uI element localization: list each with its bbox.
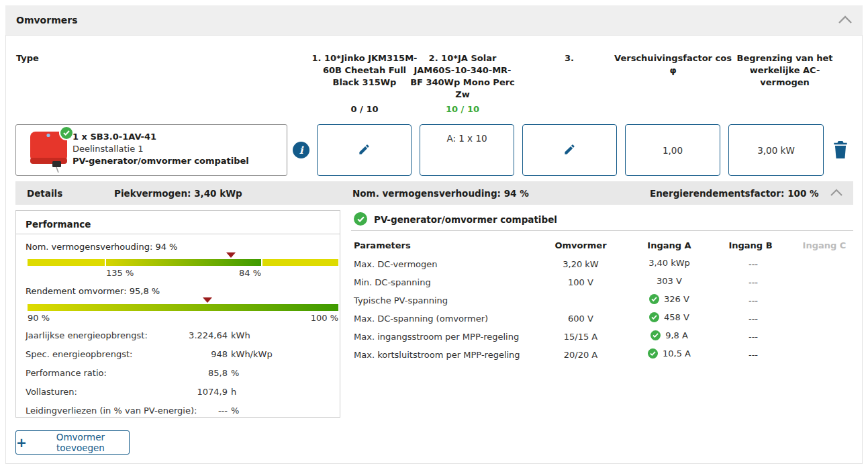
- ingang-b-value: ---: [733, 332, 773, 342]
- check-circle-icon: [649, 294, 659, 304]
- perf-row-value-wrap: 1074,9h: [163, 387, 236, 397]
- ingang-a-value: 9,8 A: [665, 330, 688, 340]
- param-name: Max. DC-vermogen: [354, 259, 437, 269]
- perf-row-value-wrap: 948kWh/kWp: [163, 349, 273, 359]
- perf-row-unit: %: [231, 368, 239, 378]
- ingang-b-value: ---: [733, 259, 773, 269]
- col-header-ingang-b: Ingang B: [710, 240, 791, 250]
- ingang-a-value: 458 V: [664, 312, 689, 322]
- ingang-a-value: 303 V: [657, 276, 682, 286]
- inverter-subinstallation: Deelinstallatie 1: [73, 143, 249, 155]
- string-config-button[interactable]: A: 1 x 10: [420, 124, 514, 176]
- inverter-tile: 1 x SB3.0-1AV-41 Deelinstallatie 1 PV-ge…: [15, 124, 287, 176]
- energy-efficiency-summary: Energierendementsfactor: 100 %: [650, 188, 819, 199]
- gauge2-bar: [28, 304, 338, 311]
- omvormer-value: 600 V: [540, 314, 621, 324]
- pencil-icon: [358, 143, 371, 158]
- nominal-ratio-summary: Nom. vermogensverhouding: 94 %: [352, 188, 529, 199]
- perf-row-value: ---: [163, 406, 228, 416]
- perf-row-value-wrap: 85,8%: [163, 368, 239, 378]
- string-config-value: A: 1 x 10: [446, 133, 487, 144]
- param-name: Max. ingangsstroom per MPP-regeling: [354, 332, 519, 342]
- gauge2-label: Rendement omvormer: 95,8 %: [26, 286, 160, 296]
- performance-panel: Performance Nom. vermogensverhouding: 94…: [15, 210, 340, 418]
- cosphi-value: 1,00: [663, 145, 683, 156]
- delete-inverter-button[interactable]: [830, 140, 851, 160]
- perf-row-unit: %: [231, 406, 239, 416]
- check-circle-icon: [648, 348, 658, 359]
- ingang-b-value: ---: [733, 314, 773, 324]
- perf-row-unit: kWh/kWp: [231, 349, 273, 359]
- perf-row-value: 85,8: [163, 368, 228, 378]
- peak-power-summary: Piekvermogen: 3,40 kWp: [114, 188, 242, 199]
- perf-row-unit: kWh: [231, 330, 250, 340]
- col-header-ingang-a: Ingang A: [629, 240, 710, 250]
- ac-limit-column-header: Begrenzing van het werkelijke AC-vermoge…: [727, 52, 842, 89]
- param-name: Typische PV-spanning: [354, 295, 448, 305]
- ingang-a-cell: 303 V: [629, 276, 710, 286]
- inverter-info: 1 x SB3.0-1AV-41 Deelinstallatie 1 PV-ge…: [73, 131, 249, 167]
- gauge1-label: Nom. vermogensverhouding: 94 %: [26, 242, 177, 252]
- add-inverter-button[interactable]: + Omvormer toevoegen: [15, 430, 130, 455]
- module-column-2-header: 2. 10*JA Solar JAM60S-10-340-MR-BF 340Wp…: [409, 52, 516, 101]
- module-column-2-count: 10 / 10: [409, 104, 516, 114]
- details-bar: Details Piekvermogen: 3,40 kWp Nom. verm…: [15, 181, 853, 205]
- column-header-type: Type: [16, 52, 39, 64]
- ingang-b-value: ---: [733, 277, 773, 287]
- ingang-a-cell: 326 V: [629, 294, 710, 304]
- cosphi-value-button[interactable]: 1,00: [625, 124, 720, 176]
- chevron-up-icon[interactable]: [838, 15, 853, 24]
- gauge1-tick-left: 135 %: [106, 268, 134, 278]
- ingang-a-cell: 3,40 kWp: [629, 258, 710, 268]
- ingang-a-cell: 10,5 A: [629, 348, 710, 359]
- ingang-a-cell: 458 V: [629, 312, 710, 322]
- module-column-3-header: 3.: [537, 52, 601, 64]
- gauge2-marker: [203, 297, 212, 303]
- divider: [351, 230, 853, 231]
- ingang-b-value: ---: [733, 295, 773, 305]
- inverter-status: PV-generator/omvormer compatibel: [73, 155, 249, 167]
- perf-row-label: Jaarlijkse energieopbrengst:: [26, 330, 148, 340]
- ingang-a-value: 3,40 kWp: [648, 258, 690, 268]
- check-circle-icon: [650, 330, 661, 340]
- gauge2-tick-left: 90 %: [28, 313, 50, 323]
- pencil-icon: [563, 143, 576, 158]
- ingang-a-cell: 9,8 A: [629, 330, 710, 340]
- ingang-a-value: 326 V: [664, 294, 689, 304]
- omvormer-value: 100 V: [540, 277, 621, 287]
- edit-module3-strings-button[interactable]: [522, 124, 617, 176]
- gauge1-bar: [28, 259, 338, 266]
- col-header-ingang-c: Ingang C: [784, 240, 865, 250]
- chevron-up-icon[interactable]: [830, 188, 843, 197]
- param-name: Max. kortsluitstroom per MPP-regeling: [354, 350, 520, 360]
- ingang-a-value: 10,5 A: [663, 348, 691, 359]
- perf-row: Performance ratio:: [26, 368, 107, 378]
- divider: [16, 234, 340, 234]
- check-circle-icon: [649, 312, 659, 322]
- omvormer-value: 20/20 A: [540, 350, 621, 360]
- perf-row: Spec. energieopbrengst:: [26, 349, 132, 359]
- perf-row-label: Spec. energieopbrengst:: [26, 349, 132, 359]
- plus-icon: +: [16, 436, 27, 449]
- ac-limit-value-button[interactable]: 3,00 kW: [728, 124, 824, 176]
- panel-title: Omvormers: [16, 15, 77, 26]
- check-circle-icon: [60, 127, 73, 139]
- info-icon[interactable]: i: [293, 142, 309, 158]
- check-circle-icon: [354, 212, 367, 226]
- gauge1-marker: [226, 252, 236, 258]
- col-header-omvormer: Omvormer: [540, 240, 621, 250]
- details-label: Details: [27, 188, 62, 199]
- perf-row: Vollasturen:: [26, 387, 77, 397]
- perf-row-value: 948: [163, 349, 228, 359]
- edit-module1-strings-button[interactable]: [317, 124, 412, 176]
- cosphi-column-header: Verschuivingsfactor cos φ: [611, 52, 735, 77]
- perf-row-label: Performance ratio:: [26, 368, 107, 378]
- trash-icon: [832, 151, 849, 161]
- perf-row-value-wrap: 3.224,64kWh: [163, 330, 250, 340]
- module-column-1-count: 0 / 10: [311, 104, 418, 114]
- param-name: Min. DC-spanning: [354, 277, 431, 287]
- param-name: Max. DC-spanning (omvormer): [354, 314, 488, 324]
- perf-row-unit: h: [231, 387, 236, 397]
- perf-row-label: Vollasturen:: [26, 387, 77, 397]
- gauge2-tick-right: 100 %: [279, 313, 338, 323]
